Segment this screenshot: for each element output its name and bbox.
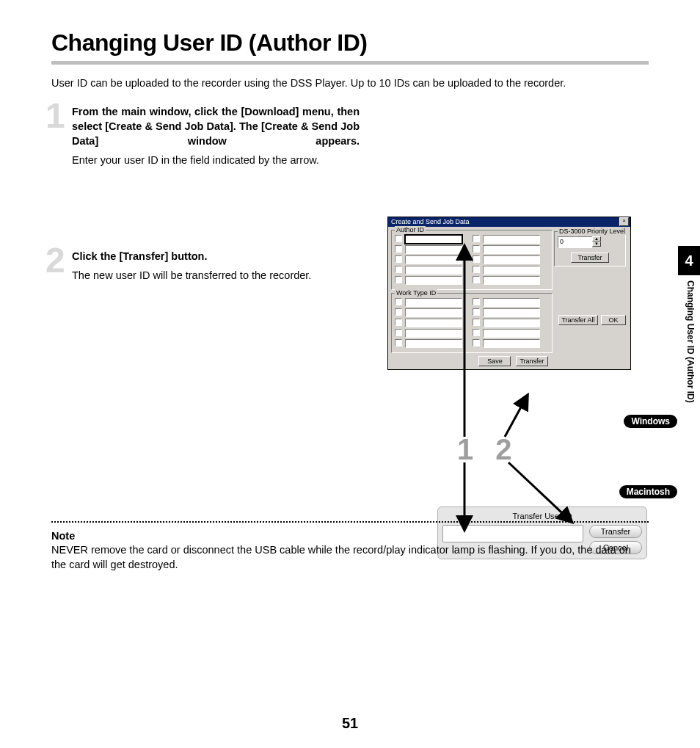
callout-numbers: 1 2 (457, 433, 512, 466)
work-type-field[interactable] (483, 319, 540, 327)
work-type-field[interactable] (483, 298, 540, 307)
checkbox[interactable] (473, 255, 480, 263)
note-section: Note NEVER remove the card or disconnect… (51, 499, 649, 572)
figure-area: Create and Send Job Data × Author ID Wor… (387, 217, 677, 370)
author-id-field[interactable] (483, 255, 540, 264)
work-type-field[interactable] (405, 298, 462, 307)
body-row: 1 From the main window, click the [Downl… (51, 104, 649, 283)
priority-group: DS-3000 Priority Level 0 ▲ ▼ Transfer (554, 231, 626, 266)
windows-dialog-title: Create and Send Job Data (391, 218, 470, 225)
transfer-all-button[interactable]: Transfer All (558, 315, 598, 325)
step-2-heading: Click the [Transfer] button. (72, 249, 360, 264)
instructions: 1 From the main window, click the [Downl… (51, 104, 360, 283)
windows-pill: Windows (624, 415, 677, 428)
step-1-body: Enter your user ID in the field indicate… (72, 153, 360, 167)
checkbox[interactable] (395, 235, 402, 242)
work-type-field[interactable] (483, 339, 540, 348)
checkbox[interactable] (395, 329, 402, 336)
author-id-group: Author ID (391, 230, 553, 290)
checkbox[interactable] (395, 276, 402, 283)
work-type-field[interactable] (405, 308, 462, 317)
checkbox[interactable] (473, 319, 480, 326)
save-button[interactable]: Save (478, 356, 511, 366)
author-id-field[interactable] (483, 266, 540, 275)
callout-1: 1 (457, 433, 473, 466)
macintosh-pill: Macintosh (619, 485, 677, 498)
author-id-field[interactable] (405, 255, 462, 264)
author-id-field[interactable] (483, 235, 540, 244)
step-1: 1 From the main window, click the [Downl… (51, 104, 360, 168)
transfer-priority-button[interactable]: Transfer (571, 253, 609, 263)
priority-label: DS-3000 Priority Level (558, 228, 627, 235)
checkbox[interactable] (395, 266, 402, 273)
checkbox[interactable] (395, 245, 402, 253)
work-type-field[interactable] (483, 329, 540, 338)
checkbox[interactable] (473, 276, 480, 283)
author-id-field[interactable] (405, 245, 462, 254)
transfer-button[interactable]: Transfer (516, 356, 548, 366)
work-type-field[interactable] (405, 339, 462, 348)
ok-button[interactable]: OK (601, 315, 626, 325)
checkbox[interactable] (473, 329, 480, 336)
work-type-id-label: Work Type ID (395, 289, 437, 297)
note-body: NEVER remove the card or disconnect the … (51, 543, 649, 572)
svg-line-2 (505, 396, 527, 437)
note-heading: Note (51, 530, 649, 542)
checkbox[interactable] (473, 308, 480, 316)
work-type-field[interactable] (483, 308, 540, 317)
checkbox[interactable] (395, 308, 402, 316)
dotted-separator (51, 521, 649, 523)
checkbox[interactable] (395, 339, 402, 346)
spinner-down-icon[interactable]: ▼ (592, 242, 601, 247)
right-buttons: Transfer All OK (558, 315, 626, 325)
manual-page: Changing User ID (Author ID) User ID can… (0, 0, 700, 748)
priority-value[interactable]: 0 (558, 236, 592, 248)
author-id-label: Author ID (395, 226, 426, 233)
checkbox[interactable] (395, 298, 402, 305)
checkbox[interactable] (473, 245, 480, 253)
step-2: 2 Click the [Transfer] button. The new u… (51, 249, 360, 283)
step-number: 1 (45, 98, 65, 134)
author-id-field[interactable] (405, 266, 462, 275)
author-id-field[interactable] (483, 276, 540, 285)
priority-spinner[interactable]: 0 ▲ ▼ (558, 236, 622, 248)
title-rule (51, 61, 649, 65)
step-number: 2 (45, 243, 65, 278)
author-id-field[interactable] (405, 276, 462, 285)
work-type-field[interactable] (405, 329, 462, 338)
chapter-tab: 4 (678, 246, 700, 275)
intro-text: User ID can be uploaded to the recorder … (51, 76, 649, 91)
checkbox[interactable] (473, 298, 480, 305)
checkbox[interactable] (473, 235, 480, 242)
close-icon[interactable]: × (619, 217, 629, 226)
work-type-field[interactable] (405, 319, 462, 327)
windows-dialog-body: Author ID Work Type ID (388, 227, 630, 369)
page-title: Changing User ID (Author ID) (51, 29, 649, 57)
side-running-title: Changing User ID (Author ID) (685, 280, 696, 403)
author-id-field[interactable] (483, 245, 540, 254)
author-id-field-highlighted[interactable] (405, 235, 462, 244)
step-2-body: The new user ID will be transferred to t… (72, 268, 360, 283)
page-number: 51 (0, 715, 700, 732)
checkbox[interactable] (473, 266, 480, 273)
step-1-heading: From the main window, click the [Downloa… (72, 104, 360, 149)
windows-dialog: Create and Send Job Data × Author ID Wor… (387, 217, 631, 370)
callout-2: 2 (495, 433, 511, 466)
work-type-id-group: Work Type ID (391, 293, 553, 353)
checkbox[interactable] (473, 339, 480, 346)
spinner-up-icon[interactable]: ▲ (592, 236, 601, 242)
checkbox[interactable] (395, 255, 402, 263)
checkbox[interactable] (395, 319, 402, 326)
